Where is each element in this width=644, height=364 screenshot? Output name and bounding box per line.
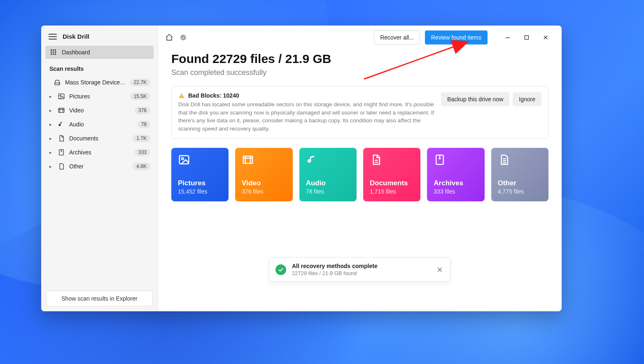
file-icon <box>58 163 65 170</box>
headline: Found 22729 files / 21.9 GB <box>171 52 548 66</box>
app-title: Disk Drill <box>63 33 89 40</box>
sidebar-item-label: Pictures <box>69 93 126 100</box>
card-audio[interactable]: Audio 78 files <box>299 148 357 201</box>
check-circle-icon[interactable] <box>179 33 188 42</box>
sidebar-item-audio[interactable]: ▸ Audio 78 <box>45 117 154 131</box>
card-title: Video <box>242 179 286 187</box>
content: Found 22729 files / 21.9 GB Scan complet… <box>158 44 562 201</box>
svg-rect-10 <box>58 94 64 99</box>
svg-rect-19 <box>180 156 189 164</box>
sidebar-item-label: Dashboard <box>62 49 90 56</box>
count-badge: 4.8K <box>133 163 150 170</box>
sidebar-list: Mass Storage Device U... 22.7K ▸ Picture… <box>41 75 158 173</box>
sidebar-item-documents[interactable]: ▸ Documents 1.7K <box>45 131 154 145</box>
alert-actions: Backup this drive now Ignore <box>441 92 541 133</box>
window-minimize-button[interactable] <box>498 31 517 44</box>
svg-rect-3 <box>51 51 52 53</box>
video-icon <box>58 107 65 114</box>
document-icon <box>58 135 65 142</box>
card-title: Audio <box>306 179 350 187</box>
card-other[interactable]: Other 4,775 files <box>491 148 548 201</box>
card-sub: 4,775 files <box>498 188 542 195</box>
document-icon <box>370 154 382 166</box>
close-icon[interactable] <box>435 265 444 274</box>
sidebar-item-pictures[interactable]: ▸ Pictures 15.5K <box>45 89 154 103</box>
warning-icon <box>178 92 185 99</box>
window-close-button[interactable] <box>536 31 555 44</box>
svg-rect-12 <box>58 108 64 113</box>
card-title: Pictures <box>178 179 222 187</box>
chevron-right-icon: ▸ <box>49 164 54 169</box>
alert-title: Bad Blocks: 10240 <box>188 92 239 99</box>
menu-icon[interactable] <box>49 34 57 40</box>
archive-icon <box>434 154 446 166</box>
svg-point-14 <box>180 35 186 40</box>
sidebar-item-dashboard[interactable]: Dashboard <box>45 46 154 59</box>
sidebar-item-video[interactable]: ▸ Video 376 <box>45 103 154 117</box>
count-badge: 333 <box>135 149 150 156</box>
card-sub: 376 files <box>242 188 286 195</box>
card-title: Documents <box>370 179 414 187</box>
svg-rect-17 <box>181 95 182 96</box>
backup-drive-button[interactable]: Backup this drive now <box>441 92 509 106</box>
category-cards: Pictures 15,452 files Video 376 files <box>171 148 548 201</box>
sidebar-header: Disk Drill <box>41 26 158 46</box>
svg-rect-4 <box>53 51 54 53</box>
main-panel: Recover all... Review found items Found … <box>158 26 562 311</box>
sidebar-item-label: Archives <box>69 149 131 156</box>
sidebar-footer: Show scan results in Explorer <box>41 286 158 311</box>
window-maximize-button[interactable] <box>517 31 536 44</box>
svg-rect-7 <box>53 54 54 55</box>
card-sub: 15,452 files <box>178 188 222 195</box>
recover-all-button[interactable]: Recover all... <box>374 30 420 44</box>
chevron-right-icon: ▸ <box>49 136 54 141</box>
bad-blocks-alert: Bad Blocks: 10240 Disk Drill has located… <box>171 86 548 139</box>
audio-icon <box>58 121 65 128</box>
card-title: Archives <box>434 179 478 187</box>
svg-rect-16 <box>525 36 529 40</box>
card-documents[interactable]: Documents 1,715 files <box>363 148 420 201</box>
svg-rect-15 <box>506 37 510 38</box>
sidebar-item-archives[interactable]: ▸ Archives 333 <box>45 145 154 159</box>
chevron-right-icon: ▸ <box>49 122 54 127</box>
review-found-items-button[interactable]: Review found items <box>425 30 488 44</box>
file-icon <box>498 154 510 166</box>
count-badge: 22.7K <box>130 79 150 86</box>
completion-toast: All recovery methods complete 22729 file… <box>269 257 450 282</box>
svg-point-9 <box>58 84 59 84</box>
grid-icon <box>50 49 57 56</box>
home-icon[interactable] <box>165 33 174 42</box>
card-sub: 333 files <box>434 188 478 195</box>
sidebar: Disk Drill Dashboard Scan results Mass S… <box>41 26 158 311</box>
picture-icon <box>178 154 190 166</box>
alert-title-row: Bad Blocks: 10240 <box>178 92 435 99</box>
show-in-explorer-button[interactable]: Show scan results in Explorer <box>46 291 153 306</box>
check-circle-icon <box>275 264 286 275</box>
count-badge: 376 <box>135 107 150 114</box>
alert-text: Disk Drill has located some unreadable s… <box>178 100 435 133</box>
card-video[interactable]: Video 376 files <box>235 148 292 201</box>
svg-point-11 <box>60 95 61 96</box>
toast-title: All recovery methods complete <box>292 263 429 269</box>
sidebar-item-device[interactable]: Mass Storage Device U... 22.7K <box>45 75 154 89</box>
svg-rect-8 <box>55 54 56 55</box>
card-sub: 78 files <box>306 188 350 195</box>
card-archives[interactable]: Archives 333 files <box>427 148 484 201</box>
sidebar-item-other[interactable]: ▸ Other 4.8K <box>45 159 154 173</box>
chevron-right-icon: ▸ <box>49 150 54 155</box>
sidebar-nav: Dashboard <box>41 46 158 59</box>
archive-icon <box>58 149 65 156</box>
sidebar-item-label: Video <box>69 107 131 114</box>
window-controls <box>498 31 555 44</box>
toast-sub: 22729 files / 21.9 GB found <box>292 270 429 276</box>
topbar: Recover all... Review found items <box>158 26 562 44</box>
card-pictures[interactable]: Pictures 15,452 files <box>171 148 229 201</box>
chevron-right-icon: ▸ <box>49 94 54 99</box>
audio-icon <box>306 154 318 166</box>
svg-rect-6 <box>51 54 52 55</box>
ignore-button[interactable]: Ignore <box>513 92 541 106</box>
sidebar-section-title: Scan results <box>41 59 158 75</box>
sidebar-item-label: Audio <box>69 121 133 128</box>
svg-rect-1 <box>53 49 54 51</box>
sidebar-item-label: Other <box>69 163 128 170</box>
